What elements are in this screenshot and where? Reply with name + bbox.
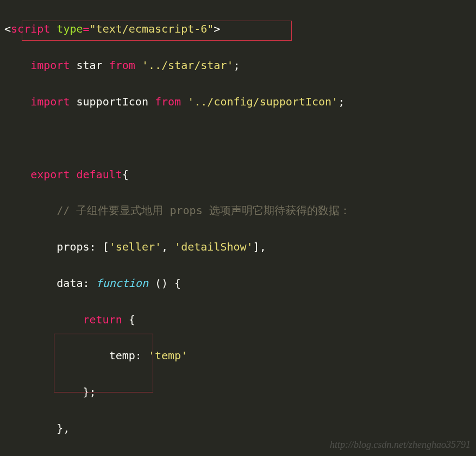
code-line: <script type="text/ecmascript-6"> xyxy=(4,20,476,38)
code-line: export default{ xyxy=(4,166,476,184)
code-line: props: ['seller', 'detailShow'], xyxy=(4,238,476,256)
code-line: }; xyxy=(4,383,476,401)
code-line: }, xyxy=(4,420,476,438)
code-line: temp: 'temp' xyxy=(4,347,476,365)
code-line: // 子组件要显式地用 props 选项声明它期待获得的数据： xyxy=(4,202,476,220)
watermark-text: http://blog.csdn.net/zhenghao35791 xyxy=(330,436,471,453)
code-line xyxy=(4,129,476,147)
code-line: data: function () { xyxy=(4,274,476,292)
code-editor[interactable]: <script type="text/ecmascript-6"> import… xyxy=(0,0,476,456)
code-line: import supportIcon from '../config/suppo… xyxy=(4,93,476,111)
code-line: return { xyxy=(4,311,476,329)
code-line: import star from '../star/star'; xyxy=(4,57,476,74)
